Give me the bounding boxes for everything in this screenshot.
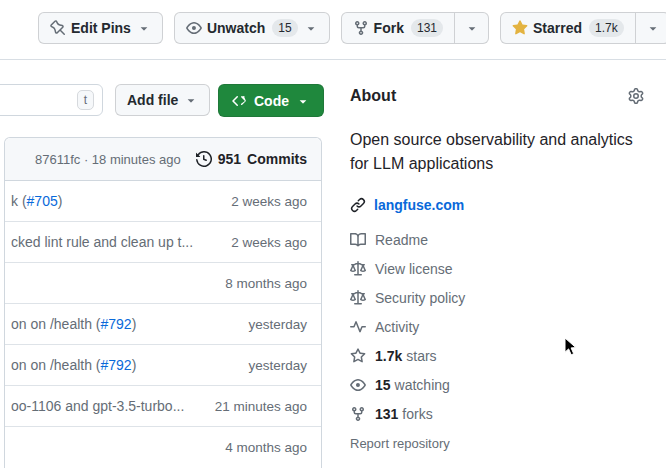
commit-message: cked lint rule and clean up t... <box>11 234 219 250</box>
commit-date: 21 minutes ago <box>215 399 307 414</box>
about-section: About Open source observability and anal… <box>350 84 644 451</box>
fork-dropdown-button[interactable] <box>454 12 489 44</box>
commit-date: 2 weeks ago <box>231 235 307 250</box>
file-row: 8 months ago <box>5 263 321 304</box>
commits-label: Commits <box>247 151 307 167</box>
forks-link[interactable]: 131forks <box>350 403 644 424</box>
eye-icon <box>186 20 202 36</box>
starred-dropdown-button[interactable] <box>635 12 666 44</box>
repo-actions: Edit Pins Unwatch 15 Fork 131 <box>38 12 666 44</box>
pr-link[interactable]: #792 <box>101 357 132 373</box>
repo-website-row: langfuse.com <box>350 194 644 215</box>
link-icon <box>350 197 366 213</box>
commit-history-link[interactable]: 951 Commits <box>196 151 307 167</box>
chevron-down-icon <box>137 21 151 35</box>
file-table: 87611fc · 18 minutes ago 951 Commits k (… <box>4 137 322 468</box>
starred-label: Starred <box>533 20 582 36</box>
law-icon <box>350 261 366 277</box>
security-policy-link[interactable]: Security policy <box>350 287 644 308</box>
star-filled-icon <box>512 20 528 36</box>
starred-button[interactable]: Starred 1.7k <box>500 12 636 44</box>
code-icon <box>232 93 248 109</box>
view-license-link[interactable]: View license <box>350 258 644 279</box>
gear-icon <box>628 88 644 104</box>
pr-link[interactable]: #705 <box>27 193 58 209</box>
edit-pins-label: Edit Pins <box>71 20 131 36</box>
go-to-file-input[interactable]: t <box>0 84 103 116</box>
repo-description: Open source observability and analytics … <box>350 128 644 176</box>
eye-icon <box>350 377 366 393</box>
file-row: on on /health (#792) yesterday <box>5 345 321 386</box>
unwatch-label: Unwatch <box>207 20 265 36</box>
fork-button[interactable]: Fork 131 <box>341 12 455 44</box>
book-icon <box>350 232 366 248</box>
watching-link[interactable]: 15watching <box>350 374 644 395</box>
star-icon <box>350 348 366 364</box>
chevron-down-icon <box>184 93 198 107</box>
commit-message: on on /health (#792) <box>11 357 236 373</box>
pr-link[interactable]: #792 <box>101 316 132 332</box>
fork-label: Fork <box>374 20 404 36</box>
history-icon <box>196 151 212 167</box>
repo-action-bar: Edit Pins Unwatch 15 Fork 131 <box>0 0 666 60</box>
about-links: Readme View license Security policy Acti… <box>350 229 644 424</box>
github-repo-page: Edit Pins Unwatch 15 Fork 131 <box>0 0 666 468</box>
about-title: About <box>350 87 396 105</box>
readme-link[interactable]: Readme <box>350 229 644 250</box>
commit-date: 2 weeks ago <box>231 194 307 209</box>
edit-pins-button[interactable]: Edit Pins <box>38 12 163 44</box>
mouse-cursor <box>564 337 577 357</box>
report-repository-link[interactable]: Report repository <box>350 436 644 451</box>
commit-message: oo-1106 and gpt-3.5-turbo... <box>11 398 203 414</box>
pulse-icon <box>350 319 366 335</box>
activity-link[interactable]: Activity <box>350 316 644 337</box>
chevron-down-icon <box>296 94 310 108</box>
unwatch-button[interactable]: Unwatch 15 <box>174 12 330 44</box>
file-row: k (#705) 2 weeks ago <box>5 181 321 222</box>
add-file-button[interactable]: Add file <box>115 84 210 116</box>
file-row: 4 months ago <box>5 427 321 468</box>
stars-link[interactable]: 1.7kstars <box>350 345 644 366</box>
file-row: on on /health (#792) yesterday <box>5 304 321 345</box>
code-button[interactable]: Code <box>218 84 324 117</box>
fork-split-button: Fork 131 <box>341 12 489 44</box>
commits-count: 951 <box>218 151 241 167</box>
file-row: cked lint rule and clean up t... 2 weeks… <box>5 222 321 263</box>
fork-icon <box>350 406 366 422</box>
latest-commit-link[interactable]: 87611fc · 18 minutes ago <box>35 152 181 167</box>
star-split-button: Starred 1.7k <box>500 12 666 44</box>
fork-icon <box>353 20 369 36</box>
add-file-label: Add file <box>127 92 178 108</box>
commit-date: yesterday <box>248 358 307 373</box>
website-link[interactable]: langfuse.com <box>374 197 464 213</box>
commit-date: 8 months ago <box>225 276 307 291</box>
commit-date: 4 months ago <box>225 440 307 455</box>
law-icon <box>350 290 366 306</box>
chevron-down-icon <box>465 21 479 35</box>
commit-date: yesterday <box>248 317 307 332</box>
edit-repo-details-button[interactable] <box>628 88 644 104</box>
shortcut-key-hint: t <box>77 90 94 110</box>
latest-commit-bar: 87611fc · 18 minutes ago 951 Commits <box>5 138 321 181</box>
commit-message: k (#705) <box>11 193 219 209</box>
commit-message: on on /health (#792) <box>11 316 236 332</box>
code-label: Code <box>254 93 289 109</box>
file-row: oo-1106 and gpt-3.5-turbo... 21 minutes … <box>5 386 321 427</box>
watch-count-badge: 15 <box>272 19 297 37</box>
chevron-down-icon <box>304 21 318 35</box>
star-count-badge: 1.7k <box>589 19 624 37</box>
pin-icon <box>50 20 66 36</box>
chevron-down-icon <box>646 21 660 35</box>
fork-count-badge: 131 <box>411 19 443 37</box>
